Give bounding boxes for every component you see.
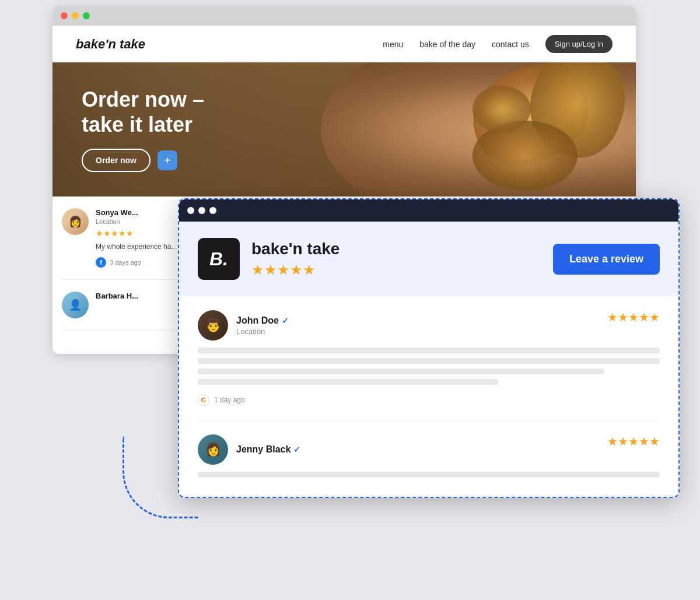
bread-decoration-4 [473, 86, 531, 132]
hero-buttons: Order now + [82, 149, 204, 172]
barbara-avatar: 👤 [62, 292, 89, 318]
hero-banner: Order now –take it later Order now + [52, 62, 636, 197]
bakery-nav: bake'n take menu bake of the day contact… [52, 26, 636, 62]
fg-browser-titlebar [179, 199, 678, 222]
jenny-avatar: 👩 [198, 434, 228, 465]
jenny-verified-badge: ✓ [293, 445, 300, 454]
john-text-line-4 [198, 379, 498, 385]
john-verified-badge: ✓ [282, 316, 289, 325]
facebook-icon: f [96, 257, 106, 268]
john-name: John Doe ✓ [236, 315, 289, 326]
john-stars: ★★★★★ [607, 310, 660, 324]
traffic-light-red [61, 12, 68, 19]
jenny-review-top: 👩 Jenny Black ✓ ★★★★★ [198, 434, 660, 465]
bakery-logo: bake'n take [76, 37, 145, 52]
bg-browser-titlebar [52, 6, 636, 26]
fg-traffic-light-1 [187, 207, 194, 214]
nav-contact[interactable]: contact us [492, 40, 529, 49]
traffic-light-green [83, 12, 90, 19]
signup-login-button[interactable]: Sign up/Log in [545, 35, 612, 53]
business-logo-letter: B. [209, 248, 228, 270]
john-name-wrap: John Doe ✓ Location [236, 315, 289, 336]
google-letter: G [201, 397, 206, 403]
reviews-list: 👨 John Doe ✓ Location ★★★★★ [179, 296, 678, 497]
bread-decoration-3 [473, 121, 578, 191]
john-avatar: 👨 [198, 310, 228, 341]
john-text-line-3 [198, 369, 604, 374]
review-card-jenny: 👩 Jenny Black ✓ ★★★★★ [198, 420, 660, 497]
traffic-light-yellow [72, 12, 79, 19]
foreground-review-browser: B. bake'n take ★★★★★ Leave a review 👨 Jo… [178, 198, 680, 498]
leave-review-button[interactable]: Leave a review [553, 244, 660, 275]
nav-bake-of-day[interactable]: bake of the day [419, 40, 475, 49]
hero-title: Order now –take it later [82, 87, 204, 137]
hero-content: Order now –take it later Order now + [82, 87, 204, 172]
jenny-reviewer-info: 👩 Jenny Black ✓ [198, 434, 300, 465]
review-card-john: 👨 John Doe ✓ Location ★★★★★ [198, 296, 660, 420]
review-header-section: B. bake'n take ★★★★★ Leave a review [179, 222, 678, 296]
nav-links: menu bake of the day contact us Sign up/… [383, 35, 612, 53]
jenny-name: Jenny Black ✓ [236, 444, 300, 455]
sonya-avatar: 👩 [62, 208, 89, 235]
john-review-footer: G 1 day ago [198, 394, 660, 406]
jenny-stars: ★★★★★ [607, 434, 660, 448]
order-now-button[interactable]: Order now [82, 149, 150, 172]
fg-traffic-light-2 [198, 207, 205, 214]
business-star-rating: ★★★★★ [251, 262, 541, 278]
nav-menu[interactable]: menu [383, 40, 403, 49]
john-reviewer-info: 👨 John Doe ✓ Location [198, 310, 289, 341]
google-icon: G [198, 394, 209, 406]
facebook-letter: f [100, 259, 102, 266]
john-time-ago: 1 day ago [214, 396, 245, 404]
john-text-line-2 [198, 358, 660, 364]
hero-plus-button[interactable]: + [158, 150, 177, 170]
sonya-platform: f 3 days ago [96, 257, 141, 268]
jenny-text-line-1 [198, 472, 660, 478]
fg-traffic-light-3 [209, 207, 216, 214]
business-info: bake'n take ★★★★★ [251, 240, 541, 278]
john-text-line-1 [198, 348, 660, 353]
sonya-time-ago: 3 days ago [110, 259, 141, 266]
jenny-name-wrap: Jenny Black ✓ [236, 444, 300, 455]
hero-background-image [286, 62, 636, 197]
john-location: Location [236, 327, 289, 336]
business-name: bake'n take [251, 240, 541, 258]
john-review-top: 👨 John Doe ✓ Location ★★★★★ [198, 310, 660, 341]
business-logo-box: B. [198, 238, 240, 280]
